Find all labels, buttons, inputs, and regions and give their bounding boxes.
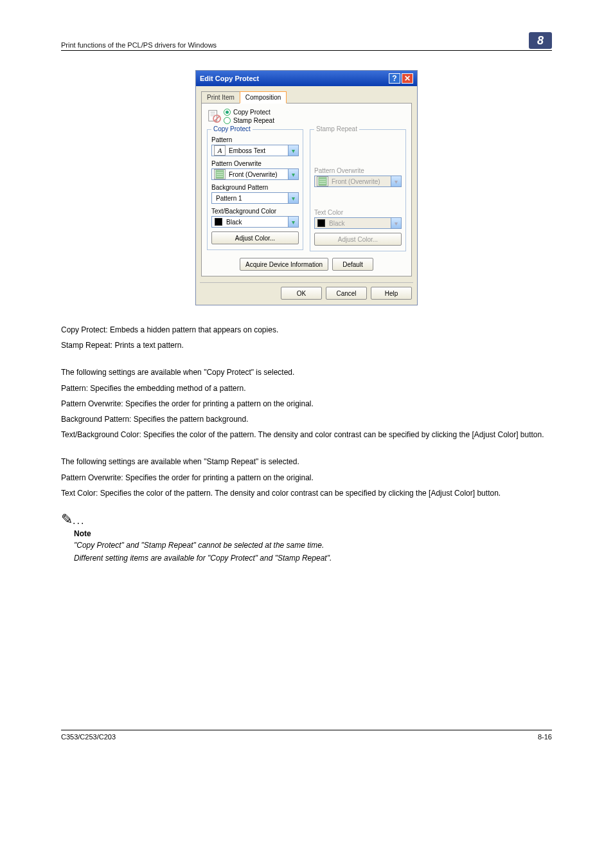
chevron-down-icon <box>391 176 401 186</box>
page-header: Print functions of the PCL/PS drivers fo… <box>61 32 552 51</box>
body-paragraph: Background Pattern: Specifies the patter… <box>61 414 552 424</box>
note-text: "Copy Protect" and "Stamp Repeat" cannot… <box>74 541 552 550</box>
color-swatch-icon <box>317 219 325 227</box>
overwrite-icon <box>317 176 328 186</box>
background-pattern-label: Background Pattern <box>211 184 299 191</box>
color-swatch-icon <box>215 218 222 226</box>
copy-protect-group: Copy Protect Pattern A Emboss Text Patte… <box>207 129 303 250</box>
body-paragraph: Pattern: Specifies the embedding method … <box>61 383 552 393</box>
dialog-titlebar: Edit Copy Protect ? ✕ <box>196 71 417 86</box>
sr-pattern-overwrite-combo: Front (Overwrite) <box>314 176 402 187</box>
text-bg-color-label: Text/Background Color <box>211 208 299 215</box>
pattern-overwrite-combo[interactable]: Front (Overwrite) <box>211 168 299 180</box>
radio-copy-protect-label: Copy Protect <box>233 109 271 116</box>
note-icon: ✎... <box>61 511 552 528</box>
ok-button[interactable]: OK <box>281 287 322 300</box>
body-paragraph: Pattern Overwrite: Specifies the order f… <box>61 473 552 483</box>
dialog-title: Edit Copy Protect <box>200 75 259 82</box>
copy-protect-icon <box>207 109 221 123</box>
overwrite-icon <box>214 169 226 179</box>
chevron-down-icon <box>288 169 298 179</box>
text-bg-color-combo[interactable]: Black <box>211 216 299 228</box>
stamp-repeat-legend: Stamp Repeat <box>314 125 359 132</box>
sr-text-color-label: Text Color <box>314 209 402 216</box>
footer-page: 8-16 <box>538 733 552 741</box>
header-section-title: Print functions of the PCL/PS drivers fo… <box>61 41 217 49</box>
acquire-device-info-button[interactable]: Acquire Device Information <box>240 258 328 271</box>
tab-print-item[interactable]: Print Item <box>201 91 240 104</box>
body-paragraph: The following settings are available whe… <box>61 457 552 467</box>
chevron-down-icon <box>288 217 298 227</box>
radio-copy-protect[interactable] <box>224 109 231 116</box>
stamp-repeat-group: Stamp Repeat Pattern Overwrite Front (Ov… <box>310 129 406 251</box>
pattern-overwrite-value: Front (Overwrite) <box>227 171 288 178</box>
tab-composition[interactable]: Composition <box>240 91 287 104</box>
adjust-color-button[interactable]: Adjust Color... <box>211 231 299 244</box>
radio-stamp-repeat[interactable] <box>224 117 231 124</box>
sr-adjust-color-button: Adjust Color... <box>314 233 402 246</box>
chevron-down-icon <box>288 193 298 203</box>
help-icon[interactable]: ? <box>389 73 400 84</box>
note-text: Different setting items are available fo… <box>74 554 552 563</box>
body-paragraph: Copy Protect: Embeds a hidden pattern th… <box>61 325 552 335</box>
footer-model: C353/C253/C203 <box>61 733 116 741</box>
text-bg-color-value: Black <box>225 219 288 226</box>
tab-strip: Print Item Composition <box>201 91 412 104</box>
chapter-number: 8 <box>529 32 552 49</box>
body-paragraph: Pattern Overwrite: Specifies the order f… <box>61 399 552 409</box>
copy-protect-legend: Copy Protect <box>211 125 253 132</box>
chevron-down-icon <box>391 218 401 228</box>
body-paragraph: Stamp Repeat: Prints a text pattern. <box>61 340 552 350</box>
pattern-overwrite-label: Pattern Overwrite <box>211 160 299 167</box>
pattern-value: Emboss Text <box>227 147 288 154</box>
sr-pattern-overwrite-value: Front (Overwrite) <box>330 178 391 185</box>
pattern-combo[interactable]: A Emboss Text <box>211 145 299 156</box>
chevron-down-icon <box>288 145 298 156</box>
sr-text-color-value: Black <box>328 220 391 227</box>
background-pattern-value: Pattern 1 <box>212 195 288 202</box>
body-paragraph: Text/Background Color: Specifies the col… <box>61 429 552 440</box>
pattern-label: Pattern <box>211 136 299 143</box>
radio-stamp-repeat-label: Stamp Repeat <box>233 117 274 124</box>
background-pattern-combo[interactable]: Pattern 1 <box>211 192 299 204</box>
body-paragraph: The following settings are available whe… <box>61 367 552 377</box>
edit-copy-protect-dialog: Edit Copy Protect ? ✕ Print Item Composi… <box>195 70 418 305</box>
sr-pattern-overwrite-label: Pattern Overwrite <box>314 167 402 174</box>
body-paragraph: Text Color: Specifies the color of the p… <box>61 488 552 498</box>
text-pattern-icon: A <box>214 145 226 156</box>
close-icon[interactable]: ✕ <box>402 73 413 84</box>
note-heading: Note <box>74 529 552 538</box>
page-footer: C353/C253/C203 8-16 <box>61 730 552 741</box>
default-button[interactable]: Default <box>332 258 373 271</box>
sr-text-color-combo: Black <box>314 217 402 229</box>
cancel-button[interactable]: Cancel <box>326 287 367 300</box>
help-button[interactable]: Help <box>371 287 412 300</box>
